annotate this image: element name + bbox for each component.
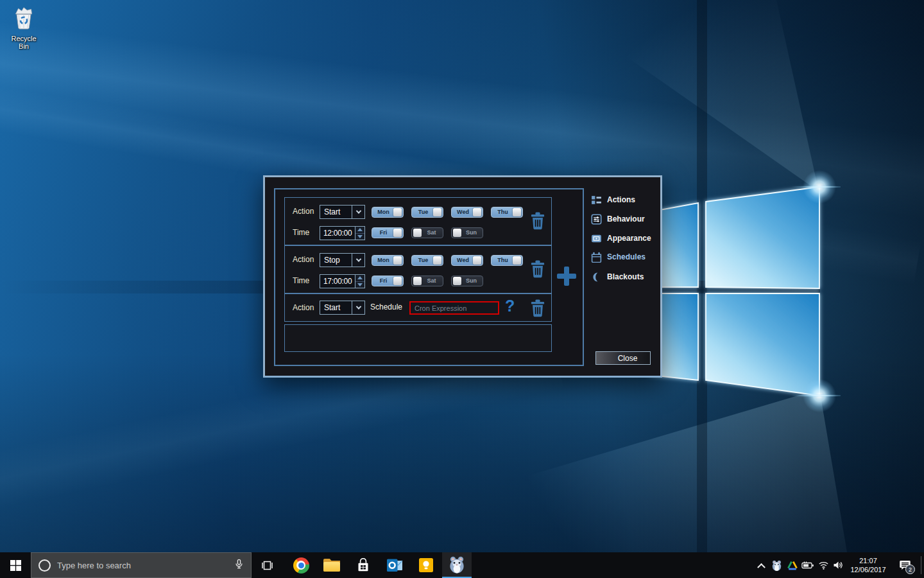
day-toggle-thu[interactable]: Thu: [491, 207, 523, 218]
notification-badge: 2: [905, 565, 915, 574]
toggle-knob: [393, 229, 402, 237]
day-toggle-sat[interactable]: Sat: [411, 227, 443, 238]
toggle-knob: [473, 208, 481, 216]
hamster-tray-icon: [771, 559, 783, 572]
tray-volume[interactable]: [830, 552, 846, 578]
trash-icon: [529, 299, 546, 317]
spin-down-button[interactable]: [355, 282, 364, 288]
day-toggle-sun[interactable]: Sun: [451, 276, 483, 286]
delete-row-button[interactable]: [529, 259, 546, 280]
chevron-down-icon: [352, 254, 364, 267]
taskbar-app-chrome[interactable]: [288, 552, 314, 578]
day-toggle-wed[interactable]: Wed: [451, 255, 483, 266]
day-toggle-sat[interactable]: Sat: [411, 276, 443, 286]
action-label: Action: [293, 303, 314, 312]
plus-icon: [564, 267, 569, 286]
chrome-icon: [293, 557, 309, 574]
time-value: 17:00:00: [320, 275, 355, 288]
action-center-button[interactable]: 2: [893, 552, 918, 578]
drive-icon: [787, 561, 798, 570]
action-label: Action: [293, 207, 314, 216]
time-value: 12:00:00: [320, 227, 355, 240]
task-view-icon: [261, 560, 273, 571]
day-toggle-fri[interactable]: Fri: [372, 276, 404, 286]
actions-icon: [591, 195, 602, 206]
tray-google-drive[interactable]: [785, 552, 800, 578]
action-select[interactable]: Start: [320, 205, 365, 219]
task-view-button[interactable]: [254, 552, 280, 578]
nav-item-behaviour[interactable]: Behaviour: [591, 211, 662, 227]
day-toggle-tue[interactable]: Tue: [411, 255, 443, 266]
file-explorer-icon: [323, 559, 340, 572]
scheduler-app-window: Action Start Time 12:00:00 Mon Tue Wed T…: [263, 175, 662, 378]
action-label: Action: [293, 255, 314, 264]
trash-icon: [529, 211, 546, 230]
blackouts-icon: [591, 272, 602, 283]
toggle-knob: [413, 229, 422, 237]
time-spinner: [355, 227, 364, 240]
hamster-app-icon: [447, 555, 466, 574]
taskbar-app-outlook[interactable]: [382, 552, 407, 578]
start-button[interactable]: [0, 552, 31, 578]
chevron-up-icon: [757, 563, 766, 571]
taskbar-search[interactable]: Type here to search: [31, 552, 252, 578]
day-toggle-mon[interactable]: Mon: [372, 255, 404, 266]
day-toggle-thu[interactable]: Thu: [491, 255, 523, 266]
show-desktop-button[interactable]: [921, 556, 921, 574]
chevron-down-icon: [352, 301, 364, 314]
taskbar-app-store[interactable]: [350, 552, 376, 578]
windows-logo-wallpaper: [635, 166, 841, 423]
action-select[interactable]: Start: [320, 301, 365, 315]
tray-hamster-app[interactable]: [769, 552, 784, 578]
action-select[interactable]: Stop: [320, 253, 365, 267]
tray-chevron-up[interactable]: [755, 552, 767, 578]
cron-expression-input[interactable]: [409, 301, 499, 315]
taskbar: Type here to search: [0, 552, 924, 578]
keep-notes-icon: [418, 557, 434, 573]
day-toggle-tue[interactable]: Tue: [411, 207, 443, 218]
taskbar-app-file-explorer[interactable]: [319, 552, 345, 578]
tray-battery[interactable]: [800, 552, 816, 578]
time-label: Time: [293, 276, 309, 285]
nav-item-actions[interactable]: Actions: [591, 192, 662, 207]
toggle-knob: [453, 229, 461, 237]
taskbar-app-hamster-active[interactable]: [442, 552, 472, 578]
toggle-knob: [513, 208, 521, 216]
tray-wifi[interactable]: [816, 552, 830, 578]
day-toggle-fri[interactable]: Fri: [372, 227, 404, 238]
spin-up-button[interactable]: [355, 227, 364, 234]
delete-row-button[interactable]: [529, 299, 546, 319]
wifi-icon: [818, 560, 829, 570]
delete-row-button[interactable]: [529, 211, 546, 232]
action-select-value: Stop: [320, 254, 352, 267]
day-toggle-sun[interactable]: Sun: [451, 227, 483, 238]
close-button[interactable]: Close: [595, 351, 651, 365]
clock-date: 12/06/2017: [850, 565, 886, 574]
nav-item-appearance[interactable]: Appearance: [591, 231, 662, 246]
time-spinner: [355, 275, 364, 288]
nav-item-blackouts[interactable]: Blackouts: [591, 269, 662, 285]
toggle-knob: [393, 277, 402, 285]
recycle-bin-icon: [10, 4, 37, 31]
spin-up-button[interactable]: [355, 275, 364, 282]
schedule-label: Schedule: [370, 302, 402, 311]
toggle-knob: [393, 256, 402, 265]
cron-help-button[interactable]: ?: [505, 297, 515, 315]
recycle-bin-shortcut[interactable]: Recycle Bin: [5, 4, 42, 50]
time-input[interactable]: 17:00:00: [320, 274, 365, 288]
spin-down-button[interactable]: [355, 234, 364, 240]
time-input[interactable]: 12:00:00: [320, 226, 365, 240]
microphone-icon[interactable]: [234, 559, 244, 572]
day-toggle-wed[interactable]: Wed: [451, 207, 483, 218]
tray-clock[interactable]: 21:07 12/06/2017: [846, 552, 891, 578]
add-schedule-button[interactable]: [557, 267, 576, 286]
action-select-value: Start: [320, 206, 352, 218]
clock-time: 21:07: [859, 556, 877, 565]
day-toggle-mon[interactable]: Mon: [372, 207, 404, 218]
action-select-value: Start: [320, 301, 352, 314]
recycle-bin-label: Recycle Bin: [5, 35, 42, 50]
toggle-knob: [473, 256, 481, 265]
nav-item-schedules[interactable]: Schedules: [591, 249, 662, 265]
outlook-icon: [386, 558, 404, 573]
taskbar-app-keep[interactable]: [413, 552, 439, 578]
